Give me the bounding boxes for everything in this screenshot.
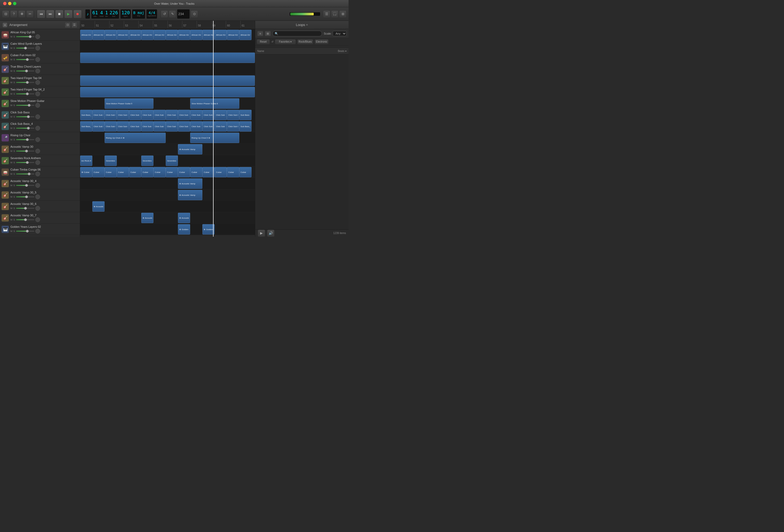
minimize-button[interactable] — [8, 2, 11, 5]
rock-blues-filter[interactable]: Rock/Blues — [297, 39, 313, 44]
fast-forward-button[interactable]: ⏭ — [46, 10, 54, 18]
track-lane[interactable] — [80, 63, 255, 75]
volume-slider[interactable] — [16, 105, 34, 106]
solo-button[interactable]: S — [13, 47, 15, 50]
mute-button[interactable]: M — [10, 104, 12, 107]
clip[interactable]: African King G — [153, 30, 166, 40]
audio-settings-button[interactable]: 🔊 — [267, 230, 274, 237]
volume-slider[interactable] — [16, 173, 34, 175]
clip[interactable]: ⊕ Golden Years L — [178, 224, 190, 235]
clip[interactable]: Click Sub Bass — [178, 121, 190, 131]
clip[interactable]: Sub Bass_7 — [239, 121, 252, 131]
clip[interactable]: Slow Motion Phaser Guitar.5 — [105, 98, 153, 109]
help-button[interactable]: ? — [10, 10, 18, 18]
clip[interactable]: Cubar — [227, 167, 239, 177]
solo-button[interactable]: S — [13, 173, 15, 175]
clip[interactable]: African King G — [227, 30, 239, 40]
list-view-button[interactable]: ≡ — [257, 31, 263, 36]
clip[interactable]: ⊕ Acoustic Vamp — [178, 213, 190, 223]
track-lane[interactable]: ies Rock ASeventies Rock ASeventies Rock… — [80, 155, 255, 167]
track-lane[interactable]: ⊕ Acoustic Vamp — [80, 189, 255, 201]
clip[interactable] — [80, 53, 255, 63]
pan-knob[interactable] — [35, 57, 40, 62]
mute-button[interactable]: M — [10, 173, 12, 175]
pan-knob[interactable] — [35, 137, 40, 142]
solo-button[interactable]: S — [13, 230, 15, 233]
volume-slider[interactable] — [16, 82, 34, 83]
play-button[interactable]: ▶ — [64, 10, 73, 18]
track-row[interactable]: 🎸 Click Sub Bass_4 M S — [0, 121, 80, 132]
clip[interactable]: Cubar — [190, 167, 202, 177]
clip[interactable]: Sub Bass_2 — [80, 110, 92, 120]
mute-button[interactable]: M — [10, 150, 12, 152]
pan-knob[interactable] — [35, 91, 40, 96]
solo-button[interactable]: S — [13, 115, 15, 118]
mute-button[interactable]: M — [10, 218, 12, 221]
clip[interactable]: Cubar — [117, 167, 129, 177]
track-row[interactable]: 🎸 Acoustic Vamp 30_4 M S — [0, 178, 80, 189]
add-track-button[interactable]: + — [3, 23, 7, 27]
track-lane[interactable]: Rising Up Choir.4 ⊕Rising Up Choir.5 ⊕ — [80, 132, 255, 144]
pencil-button[interactable]: ✎ — [169, 10, 176, 18]
pan-knob[interactable] — [35, 195, 40, 199]
solo-button[interactable]: S — [13, 150, 15, 152]
pan-knob[interactable] — [35, 183, 40, 188]
clip[interactable]: Cubar — [153, 167, 166, 177]
mute-button[interactable]: M — [10, 138, 12, 141]
track-row[interactable]: 🎸 Acoustic Vamp 30_6 M S — [0, 201, 80, 212]
mute-button[interactable]: M — [10, 58, 12, 61]
clip[interactable]: Click Sub Bass — [227, 110, 239, 120]
track-row[interactable]: 🎸 Seventies Rock Anthem M S — [0, 155, 80, 167]
clip[interactable]: African King G — [117, 30, 129, 40]
clip[interactable]: Cubar — [215, 167, 227, 177]
mute-button[interactable]: M — [10, 35, 12, 38]
track-row[interactable]: 🎸 Acoustic Vamp 30_5 M S — [0, 189, 80, 201]
track-lane[interactable]: ⊕ Golden Years L⊕ Golden Years — [80, 224, 255, 235]
solo-button[interactable]: S — [13, 161, 15, 164]
track-lane[interactable]: ⊕ Acoustic Vamp⊕ Acoustic Vamp — [80, 212, 255, 224]
pan-knob[interactable] — [35, 206, 40, 211]
clip[interactable]: Click Sub Bass — [190, 110, 202, 120]
pan-knob[interactable] — [35, 34, 40, 39]
track-row[interactable]: 🎸 Two Hand Finger Tap 04 M S — [0, 75, 80, 86]
track-row[interactable]: 🎸 Acoustic Vamp 30_7 M S — [0, 212, 80, 224]
electronic-filter[interactable]: Electronic — [315, 39, 329, 44]
tracks-content[interactable]: African King GAfrican King GAfrican King… — [80, 29, 255, 237]
clip[interactable]: Cubar — [129, 167, 141, 177]
clip[interactable]: ⊕ Acoustic Vamp — [141, 213, 153, 223]
pan-knob[interactable] — [35, 217, 40, 222]
clip[interactable]: Cubar — [178, 167, 190, 177]
favorites-button[interactable]: Favorites ▾ — [275, 39, 296, 44]
clip[interactable]: Click Sub Bass — [92, 121, 105, 131]
solo-button[interactable]: S — [13, 104, 15, 107]
volume-slider[interactable] — [16, 59, 34, 60]
solo-button[interactable]: S — [13, 58, 15, 61]
volume-slider[interactable] — [16, 116, 34, 117]
close-button[interactable] — [3, 2, 6, 5]
settings-button[interactable]: ☰ — [72, 22, 77, 28]
pan-knob[interactable] — [35, 46, 40, 51]
mute-button[interactable]: M — [10, 93, 12, 95]
smart-controls-button[interactable]: ✻ — [18, 10, 26, 18]
pan-knob[interactable] — [35, 229, 40, 234]
solo-button[interactable]: S — [13, 93, 15, 95]
clip[interactable]: African King G — [141, 30, 153, 40]
track-lane[interactable]: ⊕ Acoustic Vamp — [80, 144, 255, 155]
track-lane[interactable]: Sub Bass_2Click Sub BassClick Sub BassCl… — [80, 109, 255, 121]
volume-slider[interactable] — [16, 36, 34, 37]
volume-slider[interactable] — [16, 93, 34, 94]
mute-button[interactable]: M — [10, 127, 12, 129]
track-row[interactable]: 🎹 Calm Wind Synth Layers M S — [0, 40, 80, 52]
cycle-button[interactable]: ↺ — [161, 10, 168, 18]
solo-button[interactable]: S — [13, 70, 15, 72]
grid-view-button[interactable]: ⊞ — [265, 31, 271, 36]
pan-knob[interactable] — [35, 69, 40, 73]
master-volume[interactable] — [289, 12, 320, 16]
clip[interactable]: Click Sub Bass — [190, 121, 202, 131]
expand-button[interactable]: ⊡ — [65, 22, 71, 28]
rewind-button[interactable]: ⏮ — [37, 10, 45, 18]
clip[interactable]: African King G — [92, 30, 105, 40]
clip[interactable]: Slow Motion Phaser Guitar.6 — [190, 98, 239, 109]
record-button[interactable]: ⏺ — [73, 10, 82, 18]
track-lane[interactable]: ⊕ Acoustic Vamp — [80, 178, 255, 189]
